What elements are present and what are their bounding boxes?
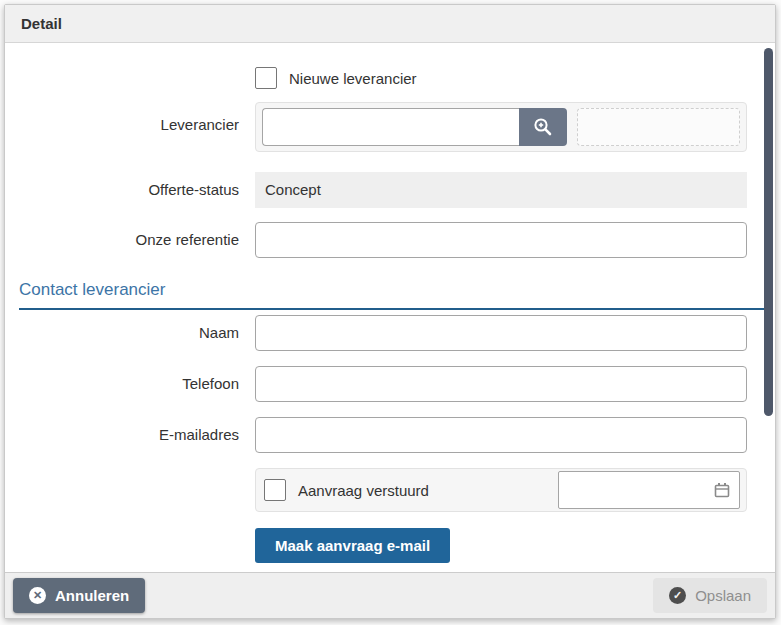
x-circle-icon: ✕ [29,587,46,604]
supplier-input-group [262,108,567,146]
phone-row: Telefoon [15,366,747,402]
quote-status-value: Concept [255,172,747,208]
email-row: E-mailadres [15,417,747,453]
dialog-title: Detail [5,5,775,43]
request-sent-panel: Aanvraag verstuurd [255,468,747,512]
vertical-scrollbar[interactable] [764,48,773,416]
contact-section-heading: Contact leverancier [19,280,765,310]
quote-status-label: Offerte-status [15,172,255,198]
new-supplier-label: Nieuwe leverancier [289,70,417,87]
request-sent-label: Aanvraag verstuurd [298,482,429,499]
our-reference-input[interactable] [255,222,747,258]
make-request-email-button[interactable]: Maak aanvraag e-mail [255,528,450,563]
cancel-button[interactable]: ✕ Annuleren [13,578,145,613]
name-row: Naam [15,315,747,351]
our-reference-label: Onze referentie [15,222,255,248]
cancel-button-label: Annuleren [55,587,129,604]
our-reference-row: Onze referentie [15,222,747,258]
save-button-label: Opslaan [695,587,751,604]
request-sent-checkbox[interactable] [264,479,286,501]
supplier-input[interactable] [262,108,519,146]
phone-label: Telefoon [15,366,255,392]
new-supplier-checkbox[interactable] [255,67,277,89]
name-input[interactable] [255,315,747,351]
phone-input[interactable] [255,366,747,402]
supplier-info-placeholder [577,108,740,146]
dialog-footer: ✕ Annuleren ✓ Opslaan [5,572,775,618]
request-sent-row: Aanvraag verstuurd [15,468,747,512]
check-circle-icon: ✓ [669,587,686,604]
dialog-body: Nieuwe leverancier Leverancier [5,43,775,572]
quote-status-row: Offerte-status Concept [15,172,747,208]
detail-dialog: Detail Nieuwe leverancier Leverancier [4,4,776,619]
email-input[interactable] [255,417,747,453]
supplier-field-label: Leverancier [15,102,255,133]
request-date-input[interactable] [558,471,740,509]
name-label: Naam [15,315,255,341]
supplier-panel [255,102,747,152]
email-label: E-mailadres [15,417,255,443]
new-supplier-row: Nieuwe leverancier [255,67,747,89]
supplier-search-button[interactable] [519,108,567,146]
save-button[interactable]: ✓ Opslaan [653,578,767,613]
calendar-icon[interactable] [713,481,731,499]
zoom-in-icon [532,116,554,138]
make-request-row: Maak aanvraag e-mail [255,527,747,563]
supplier-row: Leverancier [15,102,747,152]
